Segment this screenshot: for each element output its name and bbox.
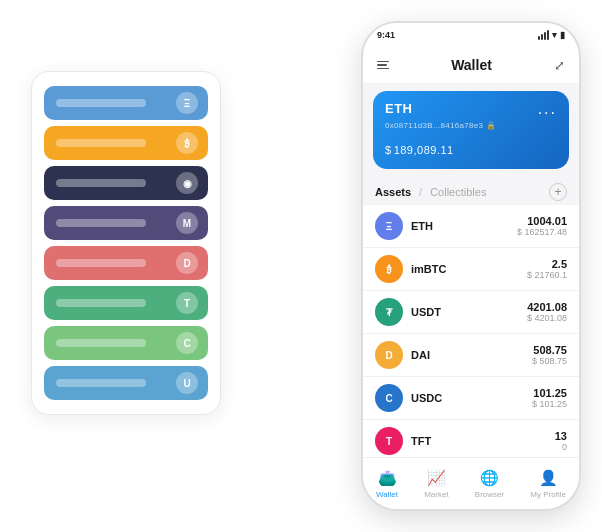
card-icon-7: U (176, 372, 198, 394)
asset-amount-main-usdt: 4201.08 (527, 301, 567, 313)
tab-divider: / (419, 186, 422, 198)
card-label-bar-4 (56, 259, 146, 267)
asset-amount-usd-eth: $ 162517.48 (517, 227, 567, 237)
asset-amount-usd-tft: 0 (555, 442, 567, 452)
asset-list: ΞETH1004.01$ 162517.48₿imBTC2.5$ 21760.1… (363, 205, 579, 457)
asset-icon-imbtc: ₿ (375, 255, 403, 283)
eth-card-name: ETH (385, 101, 413, 116)
asset-icon-tft: T (375, 427, 403, 455)
asset-item-usdc[interactable]: CUSDC101.25$ 101.25 (363, 377, 579, 420)
assets-header: Assets / Collectibles + (363, 177, 579, 205)
asset-name-imbtc: imBTC (411, 263, 527, 275)
nav-icon-wallet: 👛 (377, 468, 397, 488)
card-icon-0: Ξ (176, 92, 198, 114)
nav-icon-market: 📈 (426, 468, 446, 488)
nav-icon-browser: 🌐 (479, 468, 499, 488)
nav-item-my-profile[interactable]: 👤My Profile (530, 468, 566, 499)
asset-amount-main-imbtc: 2.5 (527, 258, 567, 270)
asset-amount-main-eth: 1004.01 (517, 215, 567, 227)
balance-prefix: $ (385, 144, 392, 156)
card-label-bar-1 (56, 139, 146, 147)
expand-icon[interactable]: ⤢ (554, 58, 565, 73)
battery-icon: ▮ (560, 30, 565, 40)
asset-amount-main-dai: 508.75 (532, 344, 567, 356)
asset-amounts-tft: 130 (555, 430, 567, 452)
card-label-bar-0 (56, 99, 146, 107)
asset-item-eth[interactable]: ΞETH1004.01$ 162517.48 (363, 205, 579, 248)
phone-body: ETH ... 0x08711d3B...8416a78e3 🔒 $189,08… (363, 83, 579, 457)
card-icon-6: C (176, 332, 198, 354)
card-icon-1: ₿ (176, 132, 198, 154)
status-time: 9:41 (377, 30, 395, 40)
eth-card-menu[interactable]: ... (538, 101, 557, 117)
asset-amounts-dai: 508.75$ 508.75 (532, 344, 567, 366)
phone-frame: 9:41 ▾ ▮ Wallet ⤢ (361, 21, 581, 511)
asset-name-dai: DAI (411, 349, 532, 361)
add-asset-button[interactable]: + (549, 183, 567, 201)
stack-card-0[interactable]: Ξ (44, 86, 208, 120)
asset-amount-usd-usdt: $ 4201.08 (527, 313, 567, 323)
phone-header: Wallet ⤢ (363, 47, 579, 83)
asset-amount-usd-imbtc: $ 21760.1 (527, 270, 567, 280)
card-icon-2: ◉ (176, 172, 198, 194)
asset-amount-main-tft: 13 (555, 430, 567, 442)
asset-amounts-imbtc: 2.5$ 21760.1 (527, 258, 567, 280)
card-label-bar-5 (56, 299, 146, 307)
asset-name-usdc: USDC (411, 392, 532, 404)
nav-label-browser: Browser (475, 490, 504, 499)
nav-label-wallet: Wallet (376, 490, 398, 499)
wallet-title: Wallet (451, 57, 492, 73)
asset-name-tft: TFT (411, 435, 555, 447)
asset-icon-usdc: C (375, 384, 403, 412)
eth-balance: $189,089.11 (385, 138, 557, 159)
nav-icon-my-profile: 👤 (538, 468, 558, 488)
wifi-icon: ▾ (552, 30, 557, 40)
status-bar: 9:41 ▾ ▮ (363, 23, 579, 47)
stack-card-4[interactable]: D (44, 246, 208, 280)
asset-name-eth: ETH (411, 220, 517, 232)
nav-item-browser[interactable]: 🌐Browser (475, 468, 504, 499)
asset-amounts-usdt: 4201.08$ 4201.08 (527, 301, 567, 323)
asset-amount-usd-dai: $ 508.75 (532, 356, 567, 366)
signal-icon (538, 30, 549, 40)
menu-icon[interactable] (377, 61, 389, 70)
assets-tabs: Assets / Collectibles (375, 186, 486, 198)
asset-icon-eth: Ξ (375, 212, 403, 240)
asset-item-usdt[interactable]: ₮USDT4201.08$ 4201.08 (363, 291, 579, 334)
nav-item-market[interactable]: 📈Market (424, 468, 448, 499)
tab-assets[interactable]: Assets (375, 186, 411, 198)
stack-card-3[interactable]: M (44, 206, 208, 240)
nav-label-my-profile: My Profile (530, 490, 566, 499)
card-label-bar-6 (56, 339, 146, 347)
asset-item-tft[interactable]: TTFT130 (363, 420, 579, 457)
stack-card-6[interactable]: C (44, 326, 208, 360)
asset-item-dai[interactable]: DDAI508.75$ 508.75 (363, 334, 579, 377)
stack-card-7[interactable]: U (44, 366, 208, 400)
card-icon-3: M (176, 212, 198, 234)
asset-item-imbtc[interactable]: ₿imBTC2.5$ 21760.1 (363, 248, 579, 291)
card-label-bar-7 (56, 379, 146, 387)
card-label-bar-3 (56, 219, 146, 227)
asset-icon-usdt: ₮ (375, 298, 403, 326)
card-icon-4: D (176, 252, 198, 274)
card-label-bar-2 (56, 179, 146, 187)
tab-collectibles[interactable]: Collectibles (430, 186, 486, 198)
card-icon-5: T (176, 292, 198, 314)
asset-amount-usd-usdc: $ 101.25 (532, 399, 567, 409)
asset-name-usdt: USDT (411, 306, 527, 318)
nav-label-market: Market (424, 490, 448, 499)
asset-amount-main-usdc: 101.25 (532, 387, 567, 399)
stack-card-2[interactable]: ◉ (44, 166, 208, 200)
eth-address: 0x08711d3B...8416a78e3 🔒 (385, 121, 557, 130)
balance-amount: 189,089.11 (394, 144, 454, 156)
asset-amounts-usdc: 101.25$ 101.25 (532, 387, 567, 409)
stack-card-1[interactable]: ₿ (44, 126, 208, 160)
asset-amounts-eth: 1004.01$ 162517.48 (517, 215, 567, 237)
card-stack: Ξ₿◉MDTCU (31, 71, 221, 415)
bottom-nav: 👛Wallet📈Market🌐Browser👤My Profile (363, 457, 579, 509)
asset-icon-dai: D (375, 341, 403, 369)
status-icons: ▾ ▮ (538, 30, 565, 40)
eth-balance-card[interactable]: ETH ... 0x08711d3B...8416a78e3 🔒 $189,08… (373, 91, 569, 169)
stack-card-5[interactable]: T (44, 286, 208, 320)
nav-item-wallet[interactable]: 👛Wallet (376, 468, 398, 499)
